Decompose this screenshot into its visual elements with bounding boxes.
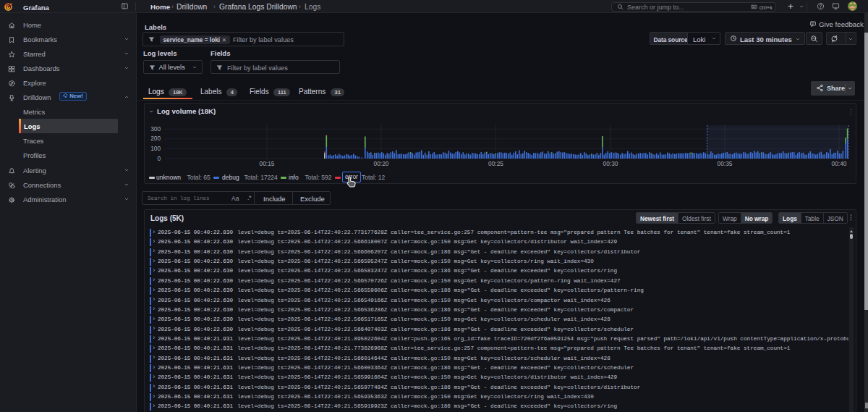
svg-text:00:30: 00:30	[603, 160, 618, 167]
svg-text:100: 100	[150, 145, 161, 152]
svg-text:0: 0	[157, 155, 161, 162]
svg-text:00:25: 00:25	[488, 160, 503, 167]
svg-text:00:35: 00:35	[718, 160, 733, 167]
svg-text:00:20: 00:20	[374, 160, 389, 167]
svg-text:200: 200	[150, 135, 161, 142]
svg-text:00:40: 00:40	[832, 160, 847, 167]
svg-text:00:15: 00:15	[260, 160, 275, 167]
svg-text:300: 300	[150, 125, 161, 133]
